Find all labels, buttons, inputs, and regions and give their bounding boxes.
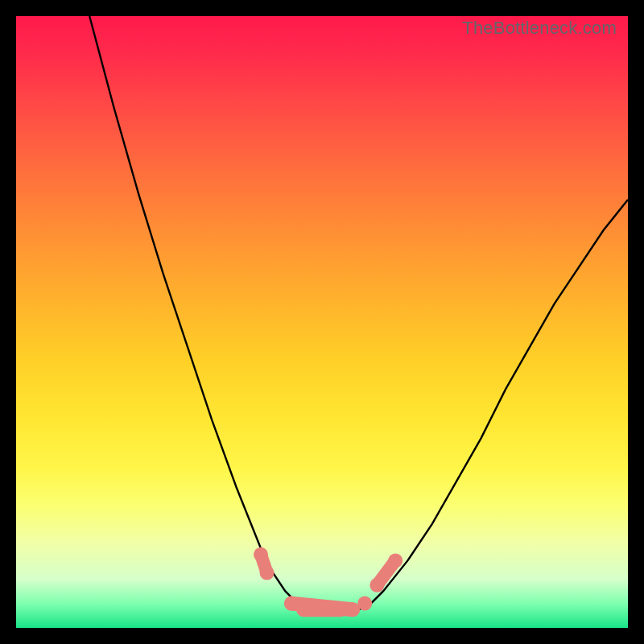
curve-layer xyxy=(16,16,628,628)
highlight-markers xyxy=(254,547,402,617)
plot-area: TheBottleneck.com xyxy=(16,16,628,628)
highlight-pill xyxy=(261,555,267,573)
right-curve xyxy=(371,200,628,604)
highlight-pill xyxy=(377,560,395,584)
left-curve xyxy=(89,16,297,604)
chart-frame: TheBottleneck.com xyxy=(0,0,644,644)
